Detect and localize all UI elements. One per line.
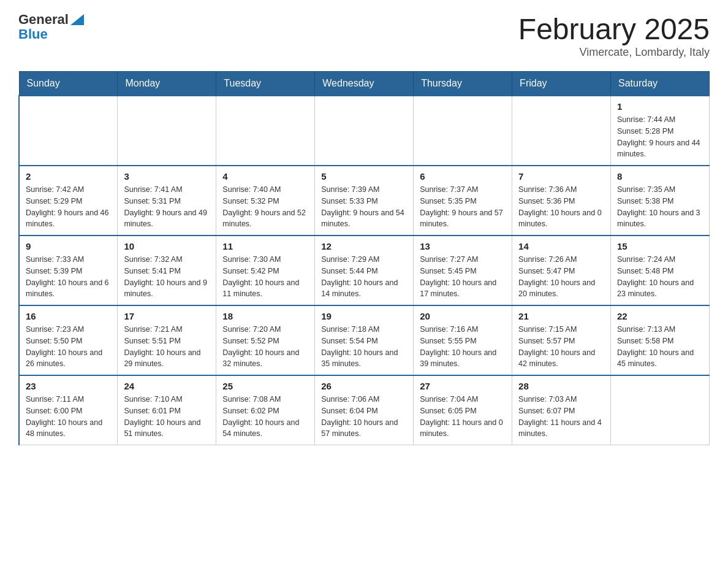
- day-info: Sunrise: 7:16 AM Sunset: 5:55 PM Dayligh…: [420, 324, 506, 370]
- day-number: 27: [420, 381, 506, 391]
- day-info: Sunrise: 7:30 AM Sunset: 5:42 PM Dayligh…: [222, 254, 308, 300]
- calendar-cell: [512, 96, 611, 166]
- day-info: Sunrise: 7:06 AM Sunset: 6:04 PM Dayligh…: [321, 394, 407, 440]
- calendar-cell: 15Sunrise: 7:24 AM Sunset: 5:48 PM Dayli…: [611, 236, 710, 305]
- calendar-cell: 9Sunrise: 7:33 AM Sunset: 5:39 PM Daylig…: [19, 236, 118, 305]
- day-info: Sunrise: 7:18 AM Sunset: 5:54 PM Dayligh…: [321, 324, 407, 370]
- calendar-cell: 2Sunrise: 7:42 AM Sunset: 5:29 PM Daylig…: [19, 166, 118, 236]
- calendar-week-row: 2Sunrise: 7:42 AM Sunset: 5:29 PM Daylig…: [19, 166, 710, 236]
- day-number: 19: [321, 311, 407, 321]
- month-title: February 2025: [518, 12, 710, 46]
- calendar-cell: 24Sunrise: 7:10 AM Sunset: 6:01 PM Dayli…: [118, 375, 216, 445]
- day-number: 3: [124, 171, 210, 182]
- day-number: 13: [420, 241, 506, 251]
- day-info: Sunrise: 7:27 AM Sunset: 5:45 PM Dayligh…: [420, 254, 506, 300]
- day-info: Sunrise: 7:32 AM Sunset: 5:41 PM Dayligh…: [124, 254, 210, 300]
- calendar-day-header: Tuesday: [216, 72, 315, 96]
- calendar-cell: 25Sunrise: 7:08 AM Sunset: 6:02 PM Dayli…: [216, 375, 315, 445]
- day-info: Sunrise: 7:11 AM Sunset: 6:00 PM Dayligh…: [26, 394, 111, 440]
- calendar-cell: 23Sunrise: 7:11 AM Sunset: 6:00 PM Dayli…: [19, 375, 118, 445]
- day-info: Sunrise: 7:23 AM Sunset: 5:50 PM Dayligh…: [26, 324, 111, 370]
- calendar-cell: [315, 96, 414, 166]
- calendar-cell: 1Sunrise: 7:44 AM Sunset: 5:28 PM Daylig…: [611, 96, 710, 166]
- location: Vimercate, Lombardy, Italy: [518, 46, 710, 59]
- calendar-day-header: Wednesday: [315, 72, 414, 96]
- calendar-week-row: 9Sunrise: 7:33 AM Sunset: 5:39 PM Daylig…: [19, 236, 710, 305]
- day-info: Sunrise: 7:39 AM Sunset: 5:33 PM Dayligh…: [321, 184, 407, 230]
- calendar-week-row: 23Sunrise: 7:11 AM Sunset: 6:00 PM Dayli…: [19, 375, 710, 445]
- calendar-cell: 8Sunrise: 7:35 AM Sunset: 5:38 PM Daylig…: [611, 166, 710, 236]
- day-info: Sunrise: 7:26 AM Sunset: 5:47 PM Dayligh…: [518, 254, 604, 300]
- day-number: 2: [26, 171, 111, 182]
- day-info: Sunrise: 7:41 AM Sunset: 5:31 PM Dayligh…: [124, 184, 210, 230]
- day-info: Sunrise: 7:24 AM Sunset: 5:48 PM Dayligh…: [617, 254, 703, 300]
- calendar-table: SundayMondayTuesdayWednesdayThursdayFrid…: [18, 71, 710, 445]
- logo-blue-text: Blue: [18, 26, 48, 42]
- day-number: 20: [420, 311, 506, 321]
- calendar-day-header: Sunday: [19, 72, 118, 96]
- day-number: 6: [420, 171, 506, 182]
- calendar-day-header: Saturday: [611, 72, 710, 96]
- calendar-week-row: 16Sunrise: 7:23 AM Sunset: 5:50 PM Dayli…: [19, 305, 710, 375]
- calendar-cell: 14Sunrise: 7:26 AM Sunset: 5:47 PM Dayli…: [512, 236, 611, 305]
- calendar-cell: [611, 375, 710, 445]
- calendar-cell: 28Sunrise: 7:03 AM Sunset: 6:07 PM Dayli…: [512, 375, 611, 445]
- day-info: Sunrise: 7:29 AM Sunset: 5:44 PM Dayligh…: [321, 254, 407, 300]
- page-header: General Blue February 2025 Vimercate, Lo…: [18, 12, 710, 59]
- calendar-cell: 4Sunrise: 7:40 AM Sunset: 5:32 PM Daylig…: [216, 166, 315, 236]
- day-number: 10: [124, 241, 210, 251]
- logo: General Blue: [18, 12, 84, 42]
- calendar-cell: 22Sunrise: 7:13 AM Sunset: 5:58 PM Dayli…: [611, 305, 710, 375]
- calendar-week-row: 1Sunrise: 7:44 AM Sunset: 5:28 PM Daylig…: [19, 96, 710, 166]
- day-info: Sunrise: 7:42 AM Sunset: 5:29 PM Dayligh…: [26, 184, 111, 230]
- calendar-cell: 26Sunrise: 7:06 AM Sunset: 6:04 PM Dayli…: [315, 375, 414, 445]
- day-number: 26: [321, 381, 407, 391]
- day-info: Sunrise: 7:20 AM Sunset: 5:52 PM Dayligh…: [222, 324, 308, 370]
- day-number: 28: [518, 381, 604, 391]
- day-info: Sunrise: 7:13 AM Sunset: 5:58 PM Dayligh…: [617, 324, 703, 370]
- title-block: February 2025 Vimercate, Lombardy, Italy: [518, 12, 710, 59]
- svg-marker-0: [70, 14, 84, 25]
- calendar-cell: 17Sunrise: 7:21 AM Sunset: 5:51 PM Dayli…: [118, 305, 216, 375]
- day-info: Sunrise: 7:40 AM Sunset: 5:32 PM Dayligh…: [222, 184, 308, 230]
- day-number: 18: [222, 311, 308, 321]
- logo-triangle-icon: [70, 14, 84, 25]
- day-info: Sunrise: 7:03 AM Sunset: 6:07 PM Dayligh…: [518, 394, 604, 440]
- day-info: Sunrise: 7:08 AM Sunset: 6:02 PM Dayligh…: [222, 394, 308, 440]
- day-info: Sunrise: 7:35 AM Sunset: 5:38 PM Dayligh…: [617, 184, 703, 230]
- logo-general-text: General: [18, 12, 69, 27]
- calendar-cell: 20Sunrise: 7:16 AM Sunset: 5:55 PM Dayli…: [414, 305, 512, 375]
- day-number: 4: [222, 171, 308, 182]
- day-number: 22: [617, 311, 703, 321]
- day-number: 15: [617, 241, 703, 251]
- calendar-cell: 3Sunrise: 7:41 AM Sunset: 5:31 PM Daylig…: [118, 166, 216, 236]
- calendar-header-row: SundayMondayTuesdayWednesdayThursdayFrid…: [19, 72, 710, 96]
- day-info: Sunrise: 7:15 AM Sunset: 5:57 PM Dayligh…: [518, 324, 604, 370]
- day-number: 8: [617, 171, 703, 182]
- day-info: Sunrise: 7:10 AM Sunset: 6:01 PM Dayligh…: [124, 394, 210, 440]
- calendar-cell: 11Sunrise: 7:30 AM Sunset: 5:42 PM Dayli…: [216, 236, 315, 305]
- calendar-cell: 5Sunrise: 7:39 AM Sunset: 5:33 PM Daylig…: [315, 166, 414, 236]
- calendar-cell: 21Sunrise: 7:15 AM Sunset: 5:57 PM Dayli…: [512, 305, 611, 375]
- calendar-cell: 13Sunrise: 7:27 AM Sunset: 5:45 PM Dayli…: [414, 236, 512, 305]
- day-info: Sunrise: 7:36 AM Sunset: 5:36 PM Dayligh…: [518, 184, 604, 230]
- day-number: 11: [222, 241, 308, 251]
- calendar-cell: [19, 96, 118, 166]
- day-info: Sunrise: 7:21 AM Sunset: 5:51 PM Dayligh…: [124, 324, 210, 370]
- day-number: 24: [124, 381, 210, 391]
- calendar-cell: 10Sunrise: 7:32 AM Sunset: 5:41 PM Dayli…: [118, 236, 216, 305]
- calendar-cell: 19Sunrise: 7:18 AM Sunset: 5:54 PM Dayli…: [315, 305, 414, 375]
- calendar-cell: [118, 96, 216, 166]
- calendar-day-header: Friday: [512, 72, 611, 96]
- day-info: Sunrise: 7:33 AM Sunset: 5:39 PM Dayligh…: [26, 254, 111, 300]
- calendar-cell: 18Sunrise: 7:20 AM Sunset: 5:52 PM Dayli…: [216, 305, 315, 375]
- day-number: 23: [26, 381, 111, 391]
- day-number: 1: [617, 101, 703, 112]
- day-info: Sunrise: 7:37 AM Sunset: 5:35 PM Dayligh…: [420, 184, 506, 230]
- day-number: 14: [518, 241, 604, 251]
- calendar-cell: [216, 96, 315, 166]
- day-number: 25: [222, 381, 308, 391]
- day-number: 21: [518, 311, 604, 321]
- day-number: 7: [518, 171, 604, 182]
- day-number: 16: [26, 311, 111, 321]
